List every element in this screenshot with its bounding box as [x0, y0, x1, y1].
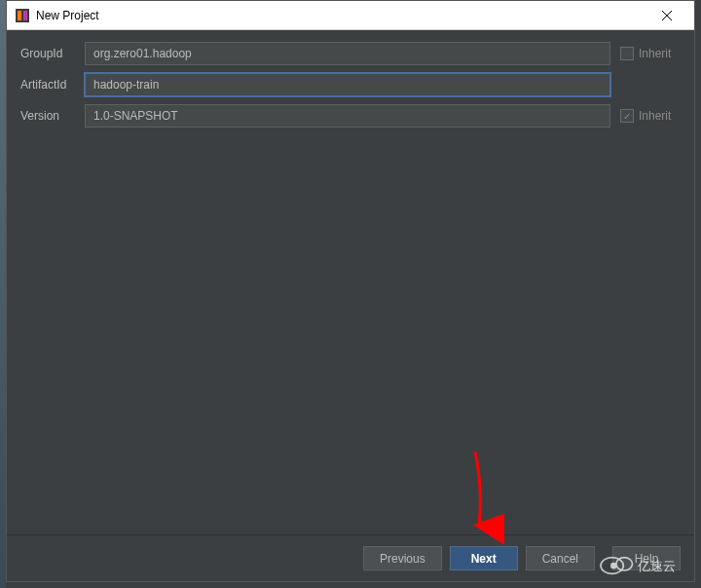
svg-rect-2	[23, 11, 27, 20]
help-button[interactable]: Help	[612, 546, 681, 570]
groupid-inherit-label: Inherit	[639, 47, 671, 60]
previous-button[interactable]: Previous	[363, 546, 442, 570]
svg-rect-1	[18, 11, 21, 20]
next-button[interactable]: Next	[450, 546, 518, 570]
version-inherit-label: Inherit	[639, 109, 671, 123]
groupid-row: GroupId Inherit	[20, 42, 681, 65]
artifactid-input[interactable]	[85, 73, 610, 96]
artifactid-row: ArtifactId	[20, 73, 681, 96]
titlebar: New Project	[7, 1, 694, 30]
cancel-button[interactable]: Cancel	[526, 546, 595, 570]
new-project-dialog: New Project GroupId Inherit ArtifactId V…	[6, 0, 695, 582]
window-title: New Project	[36, 9, 647, 22]
groupid-input[interactable]	[85, 42, 610, 65]
app-icon	[15, 8, 30, 23]
version-label: Version	[20, 109, 75, 123]
version-input[interactable]	[85, 104, 610, 128]
dialog-footer: Previous Next Cancel Help	[7, 534, 694, 581]
version-inherit-checkbox[interactable]	[620, 109, 634, 123]
close-button[interactable]	[647, 1, 686, 30]
dialog-content: GroupId Inherit ArtifactId Version Inher…	[7, 30, 694, 534]
groupid-inherit-checkbox[interactable]	[620, 47, 634, 60]
artifactid-label: ArtifactId	[20, 78, 75, 92]
version-row: Version Inherit	[20, 104, 681, 128]
groupid-label: GroupId	[20, 47, 75, 60]
